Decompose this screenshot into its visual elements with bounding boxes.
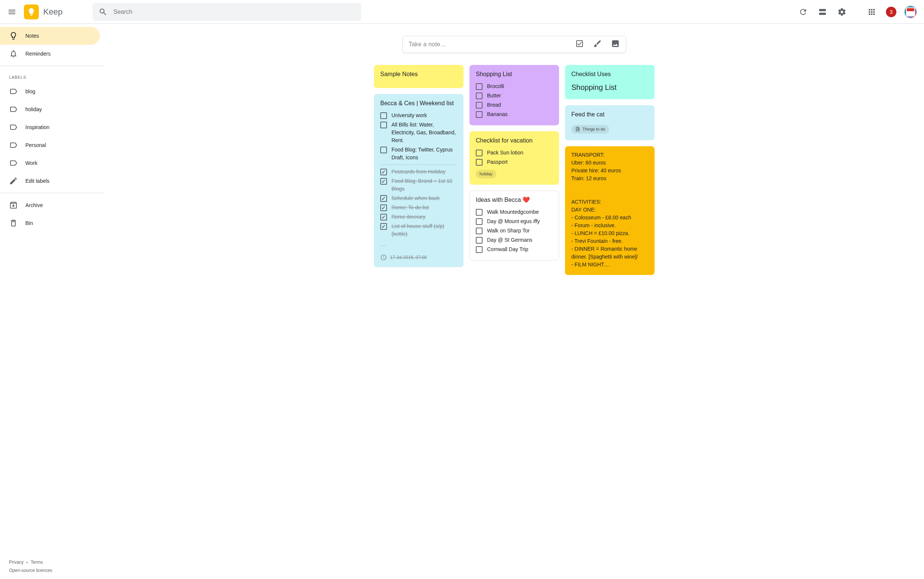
note-title: Shopping List (476, 70, 553, 79)
sidebar-label-inspiration[interactable]: Inspiration (0, 118, 100, 136)
sidebar-label-blog[interactable]: blog (0, 82, 100, 100)
note-card[interactable]: Becca & Ces | Weekend listUniversity wor… (374, 94, 464, 267)
checkbox-checked-icon[interactable] (380, 195, 387, 202)
checklist-item[interactable]: Pack Sun lotion (476, 148, 553, 157)
chip-text: holiday (480, 171, 493, 177)
new-list-button[interactable] (575, 39, 584, 50)
note-card[interactable]: Ideas with Becca ❤️Walk MountedgcombeDay… (469, 191, 559, 260)
note-card[interactable]: Checklist for vacationPack Sun lotionPas… (469, 131, 559, 185)
checklist-item[interactable]: University work (380, 111, 457, 120)
notes-column: Sample NotesBecca & Ces | Weekend listUn… (374, 65, 464, 275)
note-title: Checklist Uses (571, 70, 648, 79)
sidebar-item-notes[interactable]: Notes (0, 27, 100, 45)
new-drawing-button[interactable] (593, 39, 602, 50)
checklist-item[interactable]: Cornwall Day Trip (476, 245, 553, 254)
nav-label: Bin (25, 220, 33, 226)
menu-button[interactable] (3, 3, 21, 21)
checkbox-icon[interactable] (476, 93, 483, 99)
checkbox-icon[interactable] (476, 227, 483, 234)
sidebar-item-reminders[interactable]: Reminders (0, 45, 100, 63)
note-card[interactable]: Sample Notes (374, 65, 464, 88)
checkbox-checked-icon[interactable] (380, 178, 387, 185)
licences-link[interactable]: Open-source licences (9, 568, 52, 573)
checklist-item[interactable]: List of house stuff (s/p) (kettle) (380, 222, 457, 239)
checkbox-icon[interactable] (476, 111, 483, 118)
checkbox-checked-icon[interactable] (380, 168, 387, 175)
checklist-text: Cornwall Day Trip (487, 245, 553, 254)
checklist-item[interactable]: Walk Mountedgcombe (476, 208, 553, 217)
checklist-item[interactable]: Bread (476, 100, 553, 110)
checklist-item[interactable]: Schedule when back (380, 194, 457, 203)
checkbox-checked-icon[interactable] (380, 214, 387, 221)
body: NotesReminders LABELS blogholidayInspira… (0, 24, 924, 579)
list-view-button[interactable] (814, 3, 831, 21)
sidebar-label-holiday[interactable]: holiday (0, 100, 100, 118)
checkbox-icon[interactable] (380, 112, 387, 119)
checkbox-icon[interactable] (476, 102, 483, 109)
terms-link[interactable]: Terms (31, 559, 43, 565)
sidebar-item-archive[interactable]: Archive (0, 196, 100, 214)
search-bar[interactable] (93, 3, 361, 21)
checklist-item[interactable]: Rome itinerary (380, 212, 457, 222)
checklist-item[interactable]: Walk on Sharp Tor (476, 226, 553, 236)
refresh-icon (799, 7, 808, 16)
checklist-text: List of house stuff (s/p) (kettle) (392, 222, 457, 238)
checklist-text: Brocolli (487, 82, 553, 90)
checkbox-icon[interactable] (380, 147, 387, 153)
apps-button[interactable] (863, 3, 881, 21)
checkbox-icon[interactable] (476, 209, 483, 216)
checklist-item[interactable]: All Bills list: Water, Electricity, Gas,… (380, 120, 457, 145)
note-card[interactable]: Checklist UsesShopping List (565, 65, 655, 99)
checkbox-checked-icon[interactable] (380, 223, 387, 230)
checkbox-checked-icon[interactable] (380, 204, 387, 211)
note-body: TRANSPORT: Uber: 60 euros Private hire: … (571, 151, 648, 268)
checklist-item[interactable]: Bananas (476, 110, 553, 119)
checkbox-icon[interactable] (476, 218, 483, 225)
checklist-text: Walk on Sharp Tor (487, 227, 553, 235)
note-title: Feed the cat (571, 110, 648, 119)
nav-label: Inspiration (25, 124, 50, 130)
checkbox-icon[interactable] (476, 150, 483, 156)
take-note-actions (575, 39, 620, 50)
checkbox-icon[interactable] (476, 83, 483, 90)
checklist-item[interactable]: Rome: To do list (380, 203, 457, 212)
settings-button[interactable] (833, 3, 851, 21)
sidebar-label-work[interactable]: Work (0, 154, 100, 172)
checklist-item[interactable]: Butter (476, 91, 553, 100)
checklist-item[interactable]: Postcards from Holiday (380, 167, 457, 177)
sidebar-label-personal[interactable]: Personal (0, 136, 100, 154)
notifications-badge: 3 (886, 7, 896, 17)
take-note-input[interactable]: Take a note… (402, 36, 626, 53)
notifications-button[interactable]: 3 (882, 3, 900, 21)
separator-dot (26, 562, 28, 563)
refresh-button[interactable] (794, 3, 812, 21)
account-button[interactable] (902, 3, 919, 21)
search-input[interactable] (110, 8, 358, 15)
sidebar-item-bin[interactable]: Bin (0, 214, 100, 232)
search-button[interactable] (95, 5, 110, 20)
checklist-text: Walk Mountedgcombe (487, 208, 553, 216)
checkbox-icon[interactable] (476, 237, 483, 244)
nav-label: Work (25, 160, 37, 166)
checklist-item[interactable]: Passport (476, 157, 553, 167)
edit-labels-button[interactable]: Edit labels (0, 172, 100, 190)
checklist-item[interactable]: Food Blog: Brand + 1st 10 Blogs (380, 177, 457, 194)
new-image-button[interactable] (611, 39, 620, 50)
note-card[interactable]: Shopping ListBrocolliButterBreadBananas (469, 65, 559, 125)
reminder-chip[interactable]: 17 Jul 2016, 07:00 (380, 254, 457, 261)
checkbox-icon[interactable] (476, 159, 483, 166)
checklist-item[interactable]: Day @ St Germans (476, 236, 553, 245)
note-card[interactable]: Feed the catThings to do (565, 105, 655, 140)
privacy-link[interactable]: Privacy (9, 559, 23, 565)
checkbox-icon[interactable] (476, 246, 483, 253)
checklist-item[interactable]: Brocolli (476, 82, 553, 91)
label-icon (5, 141, 22, 150)
doc-chip[interactable]: Things to do (571, 125, 609, 134)
search-icon (98, 7, 108, 16)
checklist-text: Passport (487, 158, 553, 166)
note-card[interactable]: TRANSPORT: Uber: 60 euros Private hire: … (565, 146, 655, 275)
checkbox-icon[interactable] (380, 122, 387, 128)
label-chip[interactable]: holiday (476, 170, 496, 178)
checklist-item[interactable]: Day @ Mount egus iffy (476, 217, 553, 226)
checklist-item[interactable]: Food Blog: Twitter, Cyprus Draft, Icons (380, 145, 457, 162)
